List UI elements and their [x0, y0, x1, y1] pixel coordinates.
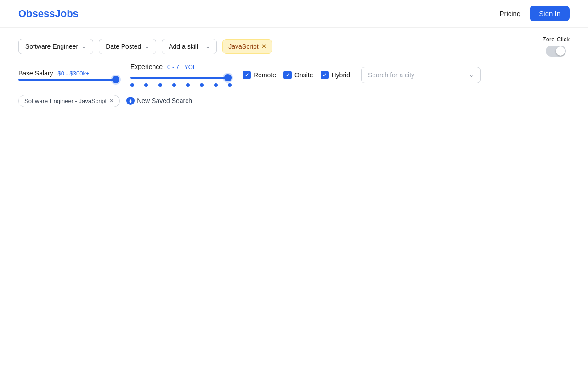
add-skill-label: Add a skill [169, 43, 198, 50]
logo-black: Obsess [18, 8, 55, 19]
experience-slider-group: Experience 0 - 7+ YOE [130, 63, 232, 87]
remote-label: Remote [254, 71, 276, 79]
exp-dot-6 [214, 83, 218, 87]
city-search-chevron-icon: ⌄ [469, 72, 474, 78]
logo[interactable]: ObsessJobs [18, 8, 79, 20]
exp-dot-7 [228, 83, 232, 87]
experience-slider-header: Experience 0 - 7+ YOE [130, 63, 232, 70]
skill-tag-remove-icon[interactable]: ✕ [261, 43, 266, 49]
saved-search-tag[interactable]: Software Engineer - JavaScript ✕ [18, 95, 120, 107]
new-saved-search-button[interactable]: + New Saved Search [125, 94, 193, 107]
onsite-label: Onsite [294, 71, 313, 79]
logo-blue: Jobs [55, 8, 79, 19]
javascript-skill-tag[interactable]: JavaScript ✕ [222, 39, 272, 54]
job-title-label: Software Engineer [25, 43, 78, 50]
onsite-checkbox-item[interactable]: ✓ Onsite [283, 71, 313, 79]
date-posted-label: Date Posted [106, 43, 141, 50]
exp-dot-5 [200, 83, 204, 87]
add-skill-chevron-icon: ⌄ [205, 43, 210, 50]
new-saved-label: New Saved Search [137, 97, 192, 104]
salary-range-input[interactable] [18, 79, 119, 80]
experience-label: Experience [130, 63, 163, 70]
exp-dot-3 [172, 83, 176, 87]
skill-tag-label: JavaScript [228, 43, 258, 50]
pricing-link[interactable]: Pricing [499, 10, 520, 17]
job-title-dropdown[interactable]: Software Engineer ⌄ [18, 39, 93, 54]
exp-dot-0 [130, 83, 134, 87]
new-saved-plus-icon: + [126, 97, 135, 105]
experience-dots [130, 83, 232, 87]
salary-slider-group: Base Salary $0 - $300k+ [18, 69, 119, 80]
onsite-checkmark-icon: ✓ [286, 72, 290, 78]
navbar: ObsessJobs Pricing Sign In [0, 0, 588, 28]
date-posted-chevron-icon: ⌄ [145, 43, 149, 50]
exp-dot-4 [186, 83, 190, 87]
experience-slider-wrapper [130, 72, 232, 87]
main-content: Software Engineer ⌄ Date Posted ⌄ Add a … [0, 28, 588, 115]
onsite-checkbox[interactable]: ✓ [283, 71, 292, 79]
saved-tag-remove-icon[interactable]: ✕ [109, 98, 114, 104]
saved-tag-label: Software Engineer - JavaScript [24, 98, 107, 104]
remote-checkbox-item[interactable]: ✓ Remote [243, 71, 276, 79]
saved-searches-row: Software Engineer - JavaScript ✕ + New S… [18, 94, 570, 107]
filter-row-2: Base Salary $0 - $300k+ Experience 0 - 7… [18, 63, 570, 87]
nav-right: Pricing Sign In [499, 6, 570, 21]
remote-checkmark-icon: ✓ [245, 72, 249, 78]
zero-click-label: Zero-Click [543, 36, 570, 43]
hybrid-label: Hybrid [332, 71, 350, 79]
zero-click-toggle-thumb [556, 46, 565, 56]
exp-dot-1 [144, 83, 148, 87]
date-posted-dropdown[interactable]: Date Posted ⌄ [99, 39, 156, 54]
hybrid-checkmark-icon: ✓ [322, 72, 327, 78]
city-search-dropdown[interactable]: Search for a city ⌄ [361, 67, 481, 83]
city-search-placeholder: Search for a city [368, 71, 414, 79]
zero-click-toggle[interactable] [546, 46, 566, 57]
add-skill-dropdown[interactable]: Add a skill ⌄ [162, 39, 217, 54]
experience-range-input[interactable] [130, 77, 232, 79]
hybrid-checkbox[interactable]: ✓ [321, 71, 329, 79]
job-title-chevron-icon: ⌄ [82, 43, 86, 50]
exp-dot-2 [158, 83, 162, 87]
filter-row-1: Software Engineer ⌄ Date Posted ⌄ Add a … [18, 36, 570, 57]
zero-click-area: Zero-Click [543, 36, 570, 57]
work-type-group: ✓ Remote ✓ Onsite ✓ Hybrid [243, 71, 350, 79]
experience-value: 0 - 7+ YOE [167, 63, 197, 70]
signin-button[interactable]: Sign In [530, 6, 570, 21]
remote-checkbox[interactable]: ✓ [243, 71, 251, 79]
hybrid-checkbox-item[interactable]: ✓ Hybrid [321, 71, 350, 79]
